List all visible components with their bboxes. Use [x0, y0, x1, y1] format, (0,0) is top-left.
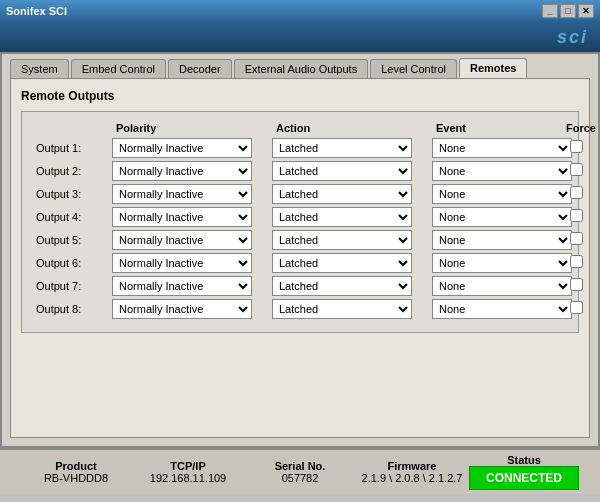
tab-embed-control[interactable]: Embed Control	[71, 59, 166, 78]
header-polarity: Polarity	[112, 122, 272, 134]
table-row: Output 3:Normally InactiveNormally Activ…	[32, 184, 568, 204]
force-checkbox-5[interactable]	[570, 232, 583, 245]
serial-label: Serial No.	[275, 460, 326, 472]
event-select-5[interactable]: NoneAudio SilenceAudio Present	[432, 230, 572, 250]
output-rows: Output 1:Normally InactiveNormally Activ…	[32, 138, 568, 319]
serial-value: 057782	[282, 472, 319, 484]
event-select-2[interactable]: NoneAudio SilenceAudio Present	[432, 161, 572, 181]
force-cell-7	[562, 278, 600, 294]
polarity-select-2[interactable]: Normally InactiveNormally Active	[112, 161, 252, 181]
action-select-1[interactable]: LatchedMomentary	[272, 138, 412, 158]
tab-level-control[interactable]: Level Control	[370, 59, 457, 78]
tab-system[interactable]: System	[10, 59, 69, 78]
table-row: Output 7:Normally InactiveNormally Activ…	[32, 276, 568, 296]
action-select-2[interactable]: LatchedMomentary	[272, 161, 412, 181]
status-serial: Serial No. 057782	[244, 460, 356, 484]
status-bar: Product RB-VHDDD8 TCP/IP 192.168.11.109 …	[0, 448, 600, 494]
force-checkbox-1[interactable]	[570, 140, 583, 153]
polarity-select-5[interactable]: Normally InactiveNormally Active	[112, 230, 252, 250]
table-row: Output 4:Normally InactiveNormally Activ…	[32, 207, 568, 227]
status-header-label: Status	[507, 454, 541, 466]
maximize-button[interactable]: □	[560, 4, 576, 18]
tab-decoder[interactable]: Decoder	[168, 59, 232, 78]
action-select-6[interactable]: LatchedMomentary	[272, 253, 412, 273]
event-select-4[interactable]: NoneAudio SilenceAudio Present	[432, 207, 572, 227]
output-label-1: Output 1:	[32, 142, 112, 154]
force-checkbox-6[interactable]	[570, 255, 583, 268]
output-label-2: Output 2:	[32, 165, 112, 177]
force-checkbox-7[interactable]	[570, 278, 583, 291]
main-window: System Embed Control Decoder External Au…	[0, 52, 600, 448]
table-row: Output 8:Normally InactiveNormally Activ…	[32, 299, 568, 319]
connection-status: CONNECTED	[469, 466, 579, 490]
logo-bar: sci	[0, 22, 600, 52]
status-firmware: Firmware 2.1.9 \ 2.0.8 \ 2.1.2.7	[356, 460, 468, 484]
app-logo: sci	[557, 27, 588, 48]
output-label-3: Output 3:	[32, 188, 112, 200]
output-label-8: Output 8:	[32, 303, 112, 315]
polarity-select-7[interactable]: Normally InactiveNormally Active	[112, 276, 252, 296]
header-empty	[32, 122, 112, 134]
product-label: Product	[55, 460, 97, 472]
status-product: Product RB-VHDDD8	[20, 460, 132, 484]
output-label-6: Output 6:	[32, 257, 112, 269]
force-cell-3	[562, 186, 600, 202]
table-row: Output 1:Normally InactiveNormally Activ…	[32, 138, 568, 158]
output-label-7: Output 7:	[32, 280, 112, 292]
action-select-4[interactable]: LatchedMomentary	[272, 207, 412, 227]
firmware-value: 2.1.9 \ 2.0.8 \ 2.1.2.7	[362, 472, 463, 484]
minimize-button[interactable]: _	[542, 4, 558, 18]
close-button[interactable]: ✕	[578, 4, 594, 18]
header-event: Event	[432, 122, 562, 134]
product-value: RB-VHDDD8	[44, 472, 108, 484]
title-bar-left: Sonifex SCI	[6, 5, 67, 17]
force-cell-2	[562, 163, 600, 179]
title-bar-controls[interactable]: _ □ ✕	[542, 4, 594, 18]
status-tcpip: TCP/IP 192.168.11.109	[132, 460, 244, 484]
title-bar: Sonifex SCI _ □ ✕	[0, 0, 600, 22]
tcpip-value: 192.168.11.109	[150, 472, 226, 484]
event-select-6[interactable]: NoneAudio SilenceAudio Present	[432, 253, 572, 273]
header-action: Action	[272, 122, 432, 134]
tab-bar: System Embed Control Decoder External Au…	[2, 54, 598, 78]
header-force: Force	[562, 122, 600, 134]
status-connection: Status CONNECTED	[468, 454, 580, 490]
event-select-7[interactable]: NoneAudio SilenceAudio Present	[432, 276, 572, 296]
action-select-8[interactable]: LatchedMomentary	[272, 299, 412, 319]
force-cell-8	[562, 301, 600, 317]
table-row: Output 5:Normally InactiveNormally Activ…	[32, 230, 568, 250]
force-checkbox-3[interactable]	[570, 186, 583, 199]
force-cell-6	[562, 255, 600, 271]
action-select-7[interactable]: LatchedMomentary	[272, 276, 412, 296]
tab-external-audio-outputs[interactable]: External Audio Outputs	[234, 59, 369, 78]
force-cell-5	[562, 232, 600, 248]
table-row: Output 6:Normally InactiveNormally Activ…	[32, 253, 568, 273]
output-label-5: Output 5:	[32, 234, 112, 246]
section-title: Remote Outputs	[21, 89, 579, 103]
force-checkbox-8[interactable]	[570, 301, 583, 314]
polarity-select-1[interactable]: Normally InactiveNormally Active	[112, 138, 252, 158]
polarity-select-6[interactable]: Normally InactiveNormally Active	[112, 253, 252, 273]
polarity-select-8[interactable]: Normally InactiveNormally Active	[112, 299, 252, 319]
force-checkbox-4[interactable]	[570, 209, 583, 222]
tab-remotes[interactable]: Remotes	[459, 58, 527, 78]
action-select-5[interactable]: LatchedMomentary	[272, 230, 412, 250]
content-area: Remote Outputs Polarity Action Event For…	[10, 78, 590, 438]
force-checkbox-2[interactable]	[570, 163, 583, 176]
force-cell-1	[562, 140, 600, 156]
table-row: Output 2:Normally InactiveNormally Activ…	[32, 161, 568, 181]
polarity-select-4[interactable]: Normally InactiveNormally Active	[112, 207, 252, 227]
event-select-8[interactable]: NoneAudio SilenceAudio Present	[432, 299, 572, 319]
polarity-select-3[interactable]: Normally InactiveNormally Active	[112, 184, 252, 204]
action-select-3[interactable]: LatchedMomentary	[272, 184, 412, 204]
force-cell-4	[562, 209, 600, 225]
output-label-4: Output 4:	[32, 211, 112, 223]
app-title: Sonifex SCI	[6, 5, 67, 17]
outputs-header: Polarity Action Event Force	[32, 122, 568, 134]
remote-outputs-panel: Polarity Action Event Force Output 1:Nor…	[21, 111, 579, 333]
event-select-3[interactable]: NoneAudio SilenceAudio Present	[432, 184, 572, 204]
tcpip-label: TCP/IP	[170, 460, 205, 472]
event-select-1[interactable]: NoneAudio SilenceAudio Present	[432, 138, 572, 158]
firmware-label: Firmware	[388, 460, 437, 472]
